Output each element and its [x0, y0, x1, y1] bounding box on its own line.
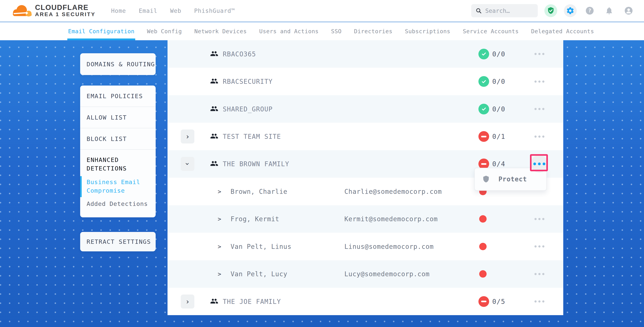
group-icon [210, 159, 218, 168]
row-menu-button[interactable] [530, 45, 548, 63]
member-chevron-icon[interactable]: > [218, 216, 221, 222]
minus-icon [481, 301, 486, 302]
row-menu-button-active[interactable] [530, 155, 548, 173]
member-count: 0/5 [492, 298, 505, 306]
status-error-badge [478, 131, 489, 142]
tab-label: SSO [331, 28, 342, 35]
tab-label: Network Devices [194, 28, 247, 35]
primary-nav: Home Email Web PhishGuard™ [111, 7, 235, 14]
member-name: Van Pelt, Lucy [230, 270, 287, 278]
row-menu-button[interactable] [530, 238, 548, 255]
tab-label: Directories [354, 28, 392, 35]
sidebar-item-domains-routing[interactable]: DOMAINS & ROUTING [80, 53, 156, 75]
nav-phishguard[interactable]: PhishGuard™ [194, 7, 235, 14]
sidebar-item-allow-list[interactable]: ALLOW LIST [80, 107, 156, 128]
sidebar-item-retract-settings[interactable]: RETRACT SETTINGS [80, 232, 156, 251]
active-tab-underline [67, 38, 135, 40]
search-box[interactable] [471, 4, 538, 17]
tab-web-config[interactable]: Web Config [147, 22, 182, 40]
expand-button[interactable]: › [181, 129, 194, 143]
status-ok-badge [478, 76, 489, 87]
security-shield-check-icon[interactable] [544, 4, 557, 17]
nav-web[interactable]: Web [170, 7, 181, 14]
table-row-frog-kermit: > Frog, Kermit Kermit@somedemocorp.com [168, 205, 563, 233]
groups-table: RBACO365 0/0 RBACSECURITY 0/0 SHARED_GRO… [168, 40, 563, 315]
sidebar-item-block-list[interactable]: BLOCK LIST [80, 128, 156, 149]
search-icon [476, 7, 482, 14]
app-header: CLOUDFLARE AREA 1 SECURITY Home Email We… [0, 0, 644, 22]
tab-directories[interactable]: Directories [354, 22, 392, 40]
row-menu-button[interactable] [530, 100, 548, 118]
group-name: THE BROWN FAMILY [223, 160, 289, 168]
group-name: TEST TEAM SITE [223, 133, 281, 140]
sidebar-label: DOMAINS & ROUTING [86, 61, 155, 68]
group-name: RBACSECURITY [223, 78, 272, 85]
sidebar-item-business-email-compromise[interactable]: Business Email Compromise [86, 178, 152, 195]
table-row-van-pelt-lucy: > Van Pelt, Lucy Lucy@somedemocorp.com [168, 260, 563, 288]
nav-email[interactable]: Email [139, 7, 157, 14]
brand-product: AREA 1 SECURITY [35, 11, 96, 17]
status-ok-badge [478, 49, 489, 59]
shield-icon [482, 175, 490, 183]
member-chevron-icon[interactable]: > [218, 271, 221, 278]
chevron-down-icon: › [184, 162, 191, 166]
tab-network-devices[interactable]: Network Devices [194, 22, 247, 40]
member-name: Brown, Charlie [230, 188, 287, 195]
member-name: Frog, Kermit [230, 215, 279, 223]
tab-label: Delegated Accounts [531, 28, 594, 35]
status-alert-dot [479, 270, 486, 278]
menu-item-protect[interactable]: Protect [498, 175, 527, 183]
tab-subscriptions[interactable]: Subscriptions [405, 22, 450, 40]
table-row-shared-group: SHARED_GROUP 0/0 [168, 95, 563, 123]
status-ok-badge [478, 104, 489, 114]
row-menu-button[interactable] [530, 265, 548, 283]
sidebar-policies-card: EMAIL POLICIES ALLOW LIST BLOCK LIST ENH… [80, 85, 156, 217]
group-name: SHARED_GROUP [223, 105, 272, 113]
tab-email-configuration[interactable]: Email Configuration [68, 22, 134, 40]
sidebar-item-added-detections[interactable]: Added Detections [86, 200, 152, 207]
tab-sso[interactable]: SSO [331, 22, 342, 40]
help-icon[interactable]: ? [583, 4, 596, 17]
notifications-bell-icon[interactable] [603, 4, 616, 17]
tab-delegated-accounts[interactable]: Delegated Accounts [531, 22, 594, 40]
row-menu-button[interactable] [530, 210, 548, 228]
member-email: Lucy@somedemocorp.com [344, 270, 430, 278]
user-avatar-icon[interactable] [622, 4, 635, 17]
sidebar-sublabel: Business Email Compromise [86, 178, 152, 195]
member-chevron-icon[interactable]: > [218, 188, 221, 195]
nav-home[interactable]: Home [111, 7, 126, 14]
header-right: ? [471, 4, 635, 17]
sidebar-label: EMAIL POLICIES [86, 92, 143, 99]
chevron-right-icon: › [186, 133, 190, 140]
sidebar-item-enhanced-detections[interactable]: ENHANCED DETECTIONS [86, 156, 152, 173]
sidebar: DOMAINS & ROUTING EMAIL POLICIES ALLOW L… [80, 53, 156, 251]
group-icon [210, 49, 218, 58]
settings-gear-icon[interactable] [564, 4, 577, 17]
tab-service-accounts[interactable]: Service Accounts [463, 22, 519, 40]
search-input[interactable] [485, 7, 530, 14]
member-email: Charlie@somedemocorp.com [344, 188, 442, 195]
tab-users-and-actions[interactable]: Users and Actions [259, 22, 318, 40]
expand-button[interactable]: › [181, 295, 194, 309]
group-name: RBACO365 [223, 50, 256, 58]
table-row-rbaco365: RBACO365 0/0 [168, 40, 563, 68]
row-menu-button[interactable] [530, 293, 548, 310]
active-item-indicator [80, 176, 82, 197]
minus-icon [481, 136, 486, 137]
collapse-button[interactable]: › [181, 157, 194, 171]
member-email: Linus@somedemocorp.com [344, 243, 434, 250]
table-row-van-pelt-linus: > Van Pelt, Linus Linus@somedemocorp.com [168, 233, 563, 260]
group-icon [210, 105, 218, 113]
cloudflare-logo[interactable]: CLOUDFLARE AREA 1 SECURITY [10, 3, 96, 18]
row-menu-button[interactable] [530, 73, 548, 90]
brand-text: CLOUDFLARE AREA 1 SECURITY [35, 4, 96, 17]
row-menu-button[interactable] [530, 128, 548, 145]
status-alert-dot [479, 243, 486, 250]
sidebar-label: RETRACT SETTINGS [86, 238, 151, 245]
group-name: THE JOE FAMILY [223, 298, 281, 305]
table-row-the-joe-family: › THE JOE FAMILY 0/5 [168, 288, 563, 315]
sidebar-item-email-policies[interactable]: EMAIL POLICIES [80, 85, 156, 106]
status-error-badge [478, 296, 489, 307]
group-icon [210, 297, 218, 306]
member-chevron-icon[interactable]: > [218, 243, 221, 250]
